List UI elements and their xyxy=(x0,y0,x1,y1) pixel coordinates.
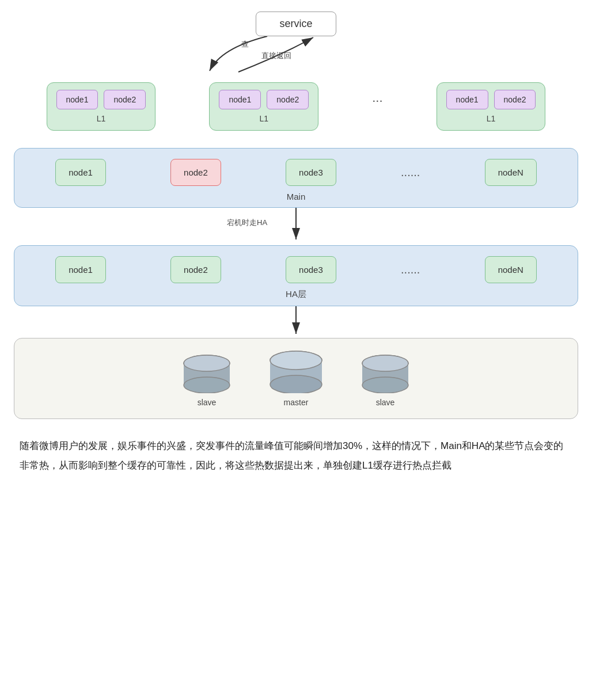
l1-label-1: L1 xyxy=(260,114,269,123)
query-label: 查 xyxy=(241,40,249,48)
db-arrow-area xyxy=(14,306,578,338)
description-text: 随着微博用户的发展，娱乐事件的兴盛，突发事件的流量峰值可能瞬间增加30%，这样的… xyxy=(14,436,578,475)
l1-label-2: L1 xyxy=(487,114,496,123)
db-master: master xyxy=(267,350,325,407)
ha-arrow-area: 宕机时走HA xyxy=(14,208,578,245)
db-slave-left-label: slave xyxy=(198,398,217,407)
description-content: 随着微博用户的发展，娱乐事件的兴盛，突发事件的流量峰值可能瞬间增加30%，这样的… xyxy=(20,440,564,471)
cylinder-slave-right-svg xyxy=(359,353,411,393)
ha-layer: node1 node2 node3 ...... nodeN HA层 xyxy=(14,245,578,306)
l1-group-0: node1 node2 L1 xyxy=(47,82,156,131)
db-slave-right-label: slave xyxy=(376,398,395,407)
db-slave-left: slave xyxy=(181,353,233,407)
service-section: service 查 xyxy=(14,12,578,77)
db-arrow-svg xyxy=(238,306,354,338)
l1-nodes-1: node1 node2 xyxy=(219,90,309,109)
main-node3: node3 xyxy=(286,159,336,186)
svg-point-13 xyxy=(270,351,322,370)
svg-point-16 xyxy=(362,377,408,393)
ha-layer-label: HA层 xyxy=(26,289,566,300)
main-node1: node1 xyxy=(55,159,106,186)
svg-point-17 xyxy=(362,355,408,371)
l1-node1-0: node1 xyxy=(56,90,98,109)
main-dots: ...... xyxy=(401,166,420,179)
svg-point-8 xyxy=(184,377,230,393)
svg-point-12 xyxy=(270,375,322,393)
main-node2-highlighted: node2 xyxy=(170,159,221,186)
db-slave-right: slave xyxy=(359,353,411,407)
ha-arrow-svg: 宕机时走HA xyxy=(210,208,382,245)
ha-node2: node2 xyxy=(170,256,221,283)
cylinder-master-svg xyxy=(267,350,325,393)
l1-label-0: L1 xyxy=(97,114,106,123)
main-nodes-row: node1 node2 node3 ...... nodeN xyxy=(26,159,566,186)
diagram-container: service 查 xyxy=(14,12,578,475)
db-row: slave master xyxy=(26,350,566,407)
main-layer: node1 node2 node3 ...... nodeN Main xyxy=(14,148,578,208)
l1-group-1: node1 node2 L1 xyxy=(209,82,318,131)
l1-nodes-0: node1 node2 xyxy=(56,90,146,109)
ha-nodes-row: node1 node2 node3 ...... nodeN xyxy=(26,256,566,283)
ha-node1: node1 xyxy=(55,256,106,283)
ha-node3: node3 xyxy=(286,256,336,283)
ha-arrow-label: 宕机时走HA xyxy=(227,218,267,227)
main-nodeN: nodeN xyxy=(485,159,537,186)
arrows-svg: 查 直接返回 xyxy=(152,36,440,77)
l1-node1-1: node1 xyxy=(219,90,261,109)
return-label: 直接返回 xyxy=(261,51,291,60)
arrows-area: 查 直接返回 xyxy=(152,36,440,77)
l1-row: node1 node2 L1 node1 node2 L1 ··· node1 … xyxy=(14,82,578,131)
main-layer-label: Main xyxy=(26,192,566,201)
l1-group-2: node1 node2 L1 xyxy=(437,82,546,131)
l1-nodes-2: node1 node2 xyxy=(446,90,536,109)
ha-dots: ...... xyxy=(401,263,420,276)
l1-node2-2: node2 xyxy=(494,90,536,109)
l1-dots: ··· xyxy=(372,93,382,120)
db-layer: slave master xyxy=(14,338,578,419)
l1-node2-0: node2 xyxy=(104,90,146,109)
svg-point-9 xyxy=(184,355,230,371)
service-box: service xyxy=(256,12,336,36)
cylinder-slave-left-svg xyxy=(181,353,233,393)
layers-wrapper: node1 node2 node3 ...... nodeN Main 宕机时走… xyxy=(14,148,578,419)
service-label: service xyxy=(279,18,312,29)
l1-node2-1: node2 xyxy=(267,90,309,109)
db-master-label: master xyxy=(284,398,309,407)
l1-node1-2: node1 xyxy=(446,90,488,109)
ha-nodeN: nodeN xyxy=(485,256,537,283)
